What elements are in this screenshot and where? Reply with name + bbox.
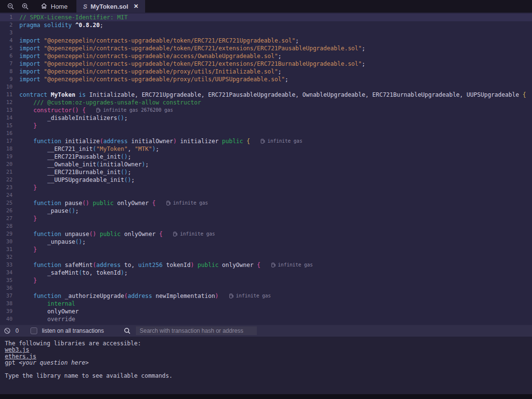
code-text: function safeMint(address to, uint256 to… <box>19 261 261 269</box>
code-line[interactable]: 38 internal <box>0 300 532 308</box>
code-line[interactable]: 10 <box>0 83 532 91</box>
code-line[interactable]: 20 __Ownable_init(initialOwner); <box>0 161 532 168</box>
code-line[interactable]: 30 _unpause(); <box>0 238 532 246</box>
code-line[interactable]: 18 __ERC721_init("MyToken", "MTK"); <box>0 145 532 153</box>
code-line[interactable]: 37 function _authorizeUpgrade(address ne… <box>0 292 532 300</box>
line-number: 1 <box>0 14 13 21</box>
code-line[interactable]: 2pragma solidity ^0.8.20; <box>0 21 532 29</box>
code-text: import "@openzeppelin/contracts-upgradea… <box>19 75 288 83</box>
line-number: 34 <box>0 269 13 277</box>
code-line[interactable]: 8import "@openzeppelin/contracts-upgrade… <box>0 68 532 75</box>
code-line[interactable]: 13 constructor() {infinite gas 2676200 g… <box>0 106 532 114</box>
line-number: 9 <box>0 75 13 83</box>
line-number: 35 <box>0 277 13 284</box>
code-text: /// @custom:oz-upgrades-unsafe-allow con… <box>19 99 201 106</box>
code-line[interactable]: 9import "@openzeppelin/contracts-upgrade… <box>0 75 532 83</box>
line-number: 13 <box>0 106 13 114</box>
gas-estimate-annotation: infinite gas <box>261 137 302 145</box>
code-line[interactable]: 36 <box>0 284 532 292</box>
code-line[interactable]: 5import "@openzeppelin/contracts-upgrade… <box>0 44 532 52</box>
code-line[interactable]: 39 onlyOwner <box>0 308 532 315</box>
line-number: 14 <box>0 114 13 122</box>
line-number: 20 <box>0 161 13 168</box>
code-line[interactable]: 27 } <box>0 215 532 222</box>
code-line[interactable]: 22 __UUPSUpgradeable_init(); <box>0 176 532 184</box>
line-number: 7 <box>0 60 13 68</box>
code-line[interactable]: 24 <box>0 192 532 199</box>
code-text: override <box>19 315 75 323</box>
line-number: 30 <box>0 238 13 246</box>
code-line[interactable]: 11contract MyToken is Initializable, ERC… <box>0 91 532 99</box>
code-line[interactable]: 7import "@openzeppelin/contracts-upgrade… <box>0 60 532 68</box>
code-line[interactable]: 12 /// @custom:oz-upgrades-unsafe-allow … <box>0 99 532 106</box>
code-line[interactable]: 6import "@openzeppelin/contracts-upgrade… <box>0 52 532 60</box>
code-line[interactable]: 29 function unpause() public onlyOwner {… <box>0 230 532 238</box>
listen-all-transactions-checkbox[interactable] <box>30 327 37 334</box>
transaction-search-input[interactable] <box>136 326 257 335</box>
library-link[interactable]: ethers.js <box>5 353 36 360</box>
line-number: 18 <box>0 145 13 153</box>
code-line[interactable]: 34 _safeMint(to, tokenId); <box>0 269 532 277</box>
code-line[interactable]: 26 _pause(); <box>0 207 532 215</box>
code-line[interactable]: 32 <box>0 253 532 261</box>
tab-mytoken-sol[interactable]: S MyToken.sol ✕ <box>76 0 146 13</box>
terminal-output[interactable]: The following libraries are accessible:w… <box>0 337 532 394</box>
code-text: import "@openzeppelin/contracts-upgradea… <box>19 68 281 75</box>
gas-estimate-annotation: infinite gas <box>173 230 215 238</box>
code-text: // SPDX-License-Identifier: MIT <box>19 14 128 21</box>
line-number: 4 <box>0 37 13 44</box>
line-number: 31 <box>0 246 13 253</box>
code-line[interactable]: 33 function safeMint(address to, uint256… <box>0 261 532 269</box>
line-number: 12 <box>0 99 13 106</box>
code-line[interactable]: 4import "@openzeppelin/contracts-upgrade… <box>0 37 532 44</box>
code-line[interactable]: 19 __ERC721Pausable_init(); <box>0 153 532 161</box>
line-number: 23 <box>0 184 13 192</box>
code-line[interactable]: 15 } <box>0 122 532 130</box>
gas-estimate-annotation: infinite gas 2676200 gas <box>96 106 173 114</box>
code-line[interactable]: 28 <box>0 222 532 230</box>
code-line[interactable]: 14 _disableInitializers(); <box>0 114 532 122</box>
code-text: __Ownable_init(initialOwner); <box>19 161 148 168</box>
code-text: function pause() public onlyOwner { <box>19 199 156 207</box>
code-line[interactable]: 23 } <box>0 184 532 192</box>
terminal-line <box>5 367 527 373</box>
code-line[interactable]: 31 } <box>0 246 532 253</box>
close-tab-icon[interactable]: ✕ <box>133 3 138 10</box>
listen-all-transactions-label[interactable]: listen on all transactions <box>42 327 104 334</box>
line-number: 27 <box>0 215 13 222</box>
gas-estimate-annotation: infinite gas <box>271 261 313 269</box>
code-line[interactable]: 1// SPDX-License-Identifier: MIT <box>0 14 532 21</box>
code-line[interactable]: 25 function pause() public onlyOwner {in… <box>0 199 532 207</box>
line-number: 5 <box>0 44 13 52</box>
line-number: 17 <box>0 137 13 145</box>
line-number: 32 <box>0 253 13 261</box>
line-number: 16 <box>0 130 13 137</box>
code-text: import "@openzeppelin/contracts-upgradea… <box>19 52 281 60</box>
code-text: onlyOwner <box>19 308 79 315</box>
gas-estimate-annotation: infinite gas <box>229 292 271 300</box>
code-text: internal <box>19 300 75 308</box>
code-line[interactable]: 21 __ERC721Burnable_init(); <box>0 168 532 176</box>
zoom-out-icon[interactable] <box>7 2 15 10</box>
tab-home[interactable]: Home <box>36 0 76 13</box>
code-line[interactable]: 35 } <box>0 277 532 284</box>
code-line[interactable]: 16 <box>0 130 532 137</box>
code-editor[interactable]: 1// SPDX-License-Identifier: MIT2pragma … <box>0 13 532 325</box>
zoom-in-icon[interactable] <box>21 2 29 10</box>
code-line[interactable]: 40 override <box>0 315 532 323</box>
line-number: 40 <box>0 315 13 323</box>
transaction-count: 0 <box>15 327 19 334</box>
code-text: _unpause(); <box>19 238 86 246</box>
code-line[interactable]: 3 <box>0 29 532 37</box>
terminal-line: web3.js <box>5 347 527 353</box>
block-listen-icon[interactable] <box>4 327 11 334</box>
editor-tab-bar: Home S MyToken.sol ✕ <box>0 0 532 13</box>
search-icon <box>123 327 131 335</box>
code-text: contract MyToken is Initializable, ERC72… <box>19 91 526 99</box>
code-text: __UUPSUpgradeable_init(); <box>19 176 134 184</box>
line-number: 28 <box>0 222 13 230</box>
line-number: 3 <box>0 29 13 37</box>
library-link[interactable]: web3.js <box>5 346 30 353</box>
line-number: 21 <box>0 168 13 176</box>
code-line[interactable]: 17 function initialize(address initialOw… <box>0 137 532 145</box>
